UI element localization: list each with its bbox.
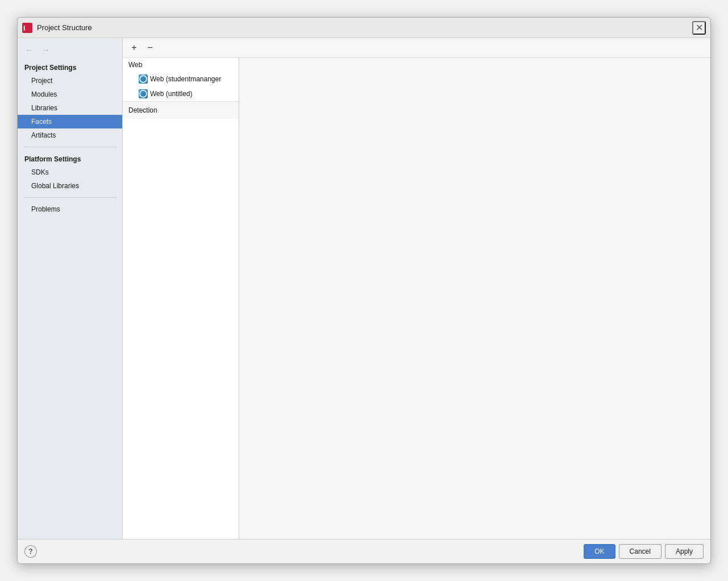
- facets-detection: Detection: [123, 101, 239, 119]
- main-panel: + − Web Web (studentmananger Web (untitl…: [123, 38, 710, 539]
- title-bar: I Project Structure ✕: [18, 18, 710, 38]
- facets-detail: [239, 58, 710, 539]
- help-button[interactable]: ?: [24, 545, 37, 558]
- sidebar-item-global-libraries[interactable]: Global Libraries: [18, 179, 122, 193]
- apply-button[interactable]: Apply: [665, 544, 704, 559]
- sidebar-divider-2: [23, 197, 117, 198]
- add-facet-button[interactable]: +: [127, 42, 141, 54]
- sidebar-item-modules[interactable]: Modules: [18, 88, 122, 101]
- sidebar-item-facets[interactable]: Facets: [18, 115, 122, 128]
- project-settings-header: Project Settings: [18, 60, 122, 74]
- close-button[interactable]: ✕: [692, 21, 706, 35]
- facets-item-label-2: Web (untitled): [150, 90, 192, 98]
- forward-button[interactable]: →: [39, 44, 53, 56]
- platform-settings-header: Platform Settings: [18, 152, 122, 165]
- sidebar-item-sdks[interactable]: SDKs: [18, 165, 122, 179]
- facets-list: Web Web (studentmananger Web (untitled) …: [123, 58, 239, 539]
- bottom-bar: ? OK Cancel Apply: [18, 539, 710, 563]
- remove-facet-button[interactable]: −: [143, 42, 157, 54]
- sidebar-item-libraries[interactable]: Libraries: [18, 101, 122, 115]
- back-button[interactable]: ←: [22, 44, 36, 56]
- web-facet-icon-1: [139, 74, 148, 84]
- content-area: ← → Project Settings Project Modules Lib…: [18, 38, 710, 539]
- web-facet-icon-2: [139, 89, 148, 98]
- facets-item-web-studentmananger[interactable]: Web (studentmananger: [123, 72, 239, 86]
- facets-item-label-1: Web (studentmananger: [150, 75, 221, 83]
- sidebar-divider: [23, 147, 117, 147]
- dialog-title: Project Structure: [37, 23, 692, 32]
- sidebar: ← → Project Settings Project Modules Lib…: [18, 38, 123, 539]
- sidebar-item-problems[interactable]: Problems: [18, 202, 122, 216]
- facets-toolbar: + −: [123, 38, 710, 58]
- nav-back-forward: ← →: [18, 42, 122, 60]
- svg-text:I: I: [23, 24, 25, 32]
- facets-group-web: Web: [123, 58, 239, 72]
- facets-item-web-untitled[interactable]: Web (untitled): [123, 86, 239, 101]
- ok-button[interactable]: OK: [584, 544, 615, 559]
- sidebar-item-project[interactable]: Project: [18, 74, 122, 88]
- app-icon: I: [22, 23, 32, 33]
- dialog-project-structure: I Project Structure ✕ ← → Project Settin…: [17, 17, 711, 564]
- facets-content: Web Web (studentmananger Web (untitled) …: [123, 58, 710, 539]
- cancel-button[interactable]: Cancel: [619, 544, 662, 559]
- sidebar-item-artifacts[interactable]: Artifacts: [18, 128, 122, 142]
